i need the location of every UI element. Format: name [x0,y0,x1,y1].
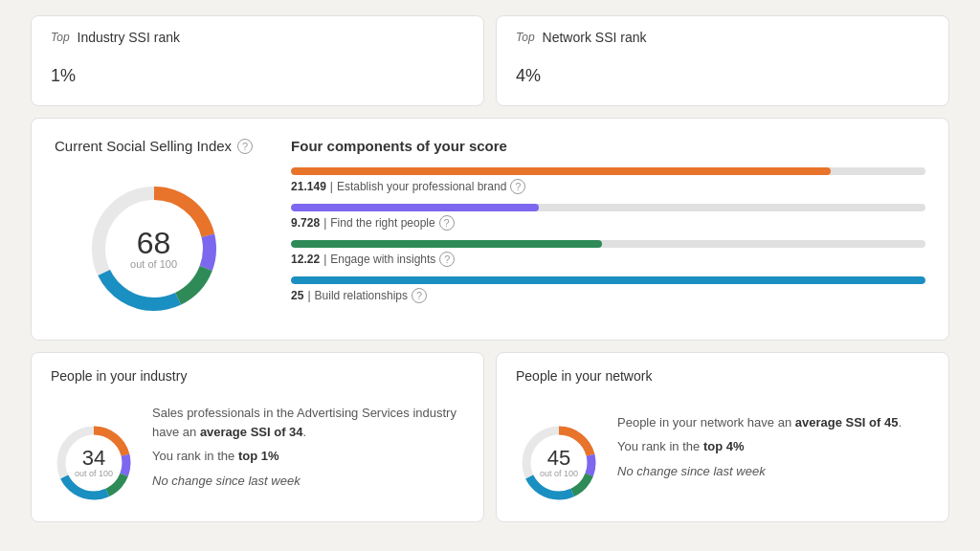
industry-no-change: No change since last week [152,472,464,491]
score-item-2: 12.22 | Engage with insights ? [291,240,925,267]
industry-card-content: People in your industry 34 out of 100 [51,368,464,506]
main-help-icon[interactable]: ? [237,139,253,154]
industry-ssi-suffix: % [60,66,76,85]
industry-info: Sales professionals in the Advertising S… [152,404,464,496]
network-ssi-value: 4% [516,49,929,90]
main-ssi-card: Current Social Selling Index ? [31,118,949,341]
score-value-1: 9.728 [291,216,320,230]
score-label-0: 21.149 | Establish your professional bra… [291,179,925,194]
top-rank-row: Top Industry SSI rank 1% Top Network SSI… [31,15,949,106]
industry-ssi-title: Industry SSI rank [78,30,180,45]
score-label-3: 25 | Build relationships ? [291,288,925,303]
network-top-label: Top [516,31,535,44]
network-info: People in your network have an average S… [617,413,929,487]
bottom-row: People in your industry 34 out of 100 [31,352,949,522]
score-bar-3 [291,276,925,284]
industry-donut: 34 out of 100 [51,420,137,506]
network-ssi-card: Top Network SSI rank 4% [496,15,949,106]
network-no-change: No change since last week [617,462,929,481]
network-ssi-suffix: % [525,66,541,85]
industry-rank: You rank in the top 1% [152,447,464,466]
main-donut-section: Current Social Selling Index ? [55,138,253,320]
score-bar-2 [291,240,602,248]
industry-donut-center: 34 out of 100 [75,448,113,478]
score-label-2: 12.22 | Engage with insights ? [291,252,925,267]
score-item-0: 21.149 | Establish your professional bra… [291,167,925,194]
score-bar-0 [291,167,830,175]
network-ssi-title: Network SSI rank [543,30,647,45]
score-value-2: 12.22 [291,253,320,266]
score-item-3: 25 | Build relationships ? [291,276,925,303]
main-score: 68 [130,228,177,258]
comp1-help-icon[interactable]: ? [439,215,455,231]
score-text-0: Establish your professional brand [337,180,506,193]
comp3-help-icon[interactable]: ? [412,288,427,303]
score-text-1: Find the right people [330,216,434,230]
network-people-card: People in your network 45 out of 100 [496,352,949,522]
industry-card-title: People in your industry [51,368,464,384]
components-title: Four components of your score [291,138,925,154]
score-label-1: 9.728 | Find the right people ? [291,215,925,231]
main-donut-center: 68 out of 100 [130,228,177,270]
network-card-content: People in your network 45 out of 100 [516,368,929,506]
score-text-3: Build relationships [315,289,408,302]
industry-ssi-value: 1% [51,49,464,90]
score-value-3: 25 [291,289,303,302]
score-value-0: 21.149 [291,180,326,193]
score-text-2: Engage with insights [330,253,435,266]
industry-ssi-card: Top Industry SSI rank 1% [31,15,484,106]
network-rank: You rank in the top 4% [617,437,929,456]
scores-section: Four components of your score 21.149 | E… [291,138,925,320]
score-bar-1 [291,204,539,211]
network-description: People in your network have an average S… [617,413,929,432]
industry-out-of: out of 100 [75,469,113,478]
network-score: 45 [540,448,578,469]
score-item-1: 9.728 | Find the right people ? [291,204,925,231]
main-out-of: out of 100 [130,258,177,270]
main-donut: 68 out of 100 [82,177,226,320]
score-bar-container-1 [291,204,925,211]
score-bar-container-2 [291,240,925,248]
dashboard: Top Industry SSI rank 1% Top Network SSI… [31,15,949,522]
comp2-help-icon[interactable]: ? [439,252,455,267]
industry-score: 34 [75,448,113,469]
score-bar-container-0 [291,167,925,175]
main-card-title: Current Social Selling Index ? [55,138,253,154]
industry-description: Sales professionals in the Advertising S… [152,404,464,441]
network-out-of: out of 100 [540,469,578,478]
network-donut: 45 out of 100 [516,420,602,506]
network-donut-center: 45 out of 100 [540,448,578,478]
network-card-title: People in your network [516,368,929,384]
industry-people-card: People in your industry 34 out of 100 [31,352,484,522]
score-bar-container-3 [291,276,925,284]
comp0-help-icon[interactable]: ? [510,179,525,194]
industry-top-label: Top [51,31,70,44]
